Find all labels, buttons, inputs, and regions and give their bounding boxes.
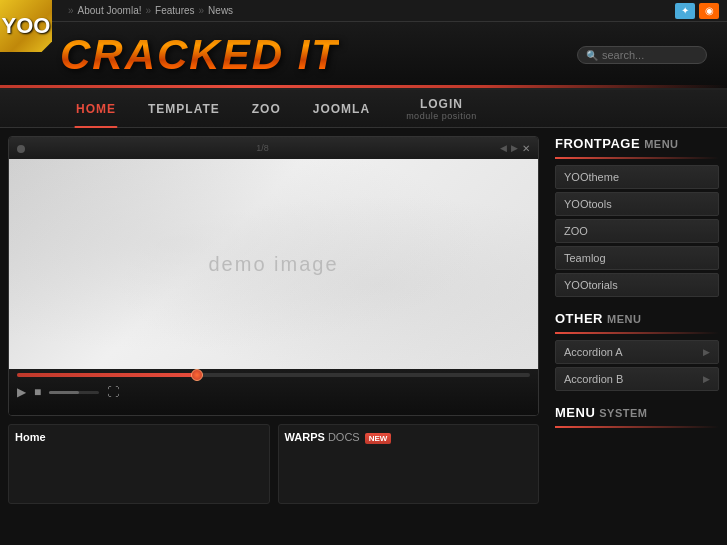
top-link-about[interactable]: About Joomla!	[78, 5, 142, 16]
stop-button[interactable]: ■	[34, 385, 41, 399]
other-divider	[555, 332, 719, 334]
top-link-news[interactable]: News	[208, 5, 233, 16]
video-top-bar: 1/8 ◀ ▶ ✕	[9, 137, 538, 159]
yoo-logo[interactable]: YOO	[0, 0, 52, 52]
video-prev-btn[interactable]: ◀	[500, 143, 507, 153]
progress-fill	[17, 373, 197, 377]
header: CRACKED IT 🔍	[0, 22, 727, 90]
warps-panel-title: WARPS DOCS NEW	[285, 431, 533, 444]
accordion-b-arrow-icon: ▶	[703, 374, 710, 384]
play-button[interactable]: ▶	[17, 385, 26, 399]
sidebar-item-accordion-a[interactable]: Accordion A ▶	[555, 340, 719, 364]
video-dot	[17, 139, 25, 157]
warps-title-strong: WARPS	[285, 431, 325, 443]
sidebar-item-zoo-label: ZOO	[564, 225, 588, 237]
nav-item-template[interactable]: TEMPLATE	[132, 90, 236, 128]
menu-system-title-light: MENU	[555, 405, 595, 420]
home-panel-title-strong: Home	[15, 431, 46, 443]
home-panel: Home	[8, 424, 270, 504]
content-area: 1/8 ◀ ▶ ✕ demo image ▶ ■	[0, 128, 547, 545]
main-nav: HOME TEMPLATE ZOO JOOMLA LOGIN module po…	[0, 90, 727, 128]
sidebar-item-accordion-b[interactable]: Accordion B ▶	[555, 367, 719, 391]
video-controls-bar: ▶ ■ ⛶	[9, 369, 538, 416]
login-sub-label: module position	[406, 111, 477, 121]
sidebar-item-zoo[interactable]: ZOO	[555, 219, 719, 243]
video-next-btn[interactable]: ▶	[511, 143, 518, 153]
top-link-separator: »	[68, 5, 74, 16]
sidebar-item-yootorials-label: YOOtorials	[564, 279, 618, 291]
video-counter: 1/8	[256, 143, 269, 153]
progress-bar[interactable]	[17, 373, 530, 377]
bottom-panels: Home WARPS DOCS NEW	[8, 424, 539, 504]
sidebar-item-yootorials[interactable]: YOOtorials	[555, 273, 719, 297]
sidebar-menu-system: MENU SYSTEM	[555, 405, 719, 428]
top-links: » About Joomla! » Features » News	[68, 5, 233, 16]
top-link-features[interactable]: Features	[155, 5, 194, 16]
sidebar-item-yootools[interactable]: YOOtools	[555, 192, 719, 216]
frontpage-menu-title: FRONTPAGE MENU	[555, 136, 719, 151]
sidebar-item-yootheme-label: YOOtheme	[564, 171, 619, 183]
menu-system-divider	[555, 426, 719, 428]
video-close-btn[interactable]: ✕	[522, 143, 530, 154]
frontpage-title-light: FRONTPAGE	[555, 136, 640, 151]
accordion-b-label: Accordion B	[564, 373, 623, 385]
nav-item-joomla[interactable]: JOOMLA	[297, 90, 386, 128]
other-title-dark: MENU	[607, 313, 641, 325]
sidebar-other-menu: OTHER MENU Accordion A ▶ Accordion B ▶	[555, 311, 719, 391]
fullscreen-button[interactable]: ⛶	[107, 385, 119, 399]
warps-title-docs: DOCS	[328, 431, 360, 443]
search-icon: 🔍	[586, 50, 598, 61]
menu-system-title-dark: SYSTEM	[599, 407, 647, 419]
top-link-sep3: »	[199, 5, 205, 16]
login-label: LOGIN	[420, 97, 463, 111]
demo-image-label: demo image	[208, 253, 338, 276]
twitter-icon[interactable]: ✦	[675, 3, 695, 19]
accordion-a-arrow-icon: ▶	[703, 347, 710, 357]
accordion-a-label: Accordion A	[564, 346, 623, 358]
home-panel-title: Home	[15, 431, 263, 443]
site-title: CRACKED IT	[60, 31, 339, 79]
sidebar-item-teamlog[interactable]: Teamlog	[555, 246, 719, 270]
nav-item-home[interactable]: HOME	[60, 90, 132, 128]
sidebar-item-yootheme[interactable]: YOOtheme	[555, 165, 719, 189]
search-box[interactable]: 🔍	[577, 46, 707, 64]
search-input[interactable]	[602, 49, 698, 61]
volume-bar[interactable]	[49, 391, 99, 394]
nav-item-zoo[interactable]: ZOO	[236, 90, 297, 128]
video-player: 1/8 ◀ ▶ ✕ demo image ▶ ■	[8, 136, 539, 416]
top-bar: YOO » About Joomla! » Features » News ✦ …	[0, 0, 727, 22]
warps-panel: WARPS DOCS NEW	[278, 424, 540, 504]
video-display: demo image	[9, 159, 538, 369]
main-content: 1/8 ◀ ▶ ✕ demo image ▶ ■	[0, 128, 727, 545]
nav-login[interactable]: LOGIN module position	[406, 97, 477, 121]
sidebar-item-teamlog-label: Teamlog	[564, 252, 606, 264]
volume-fill	[49, 391, 79, 394]
sidebar-item-yootools-label: YOOtools	[564, 198, 612, 210]
menu-system-title: MENU SYSTEM	[555, 405, 719, 420]
frontpage-title-dark: MENU	[644, 138, 678, 150]
controls-row: ▶ ■ ⛶	[17, 385, 530, 399]
sidebar: FRONTPAGE MENU YOOtheme YOOtools ZOO Tea…	[547, 128, 727, 545]
warps-new-badge: NEW	[365, 433, 392, 444]
rss-icon[interactable]: ◉	[699, 3, 719, 19]
top-icons: ✦ ◉	[675, 3, 719, 19]
other-title-light: OTHER	[555, 311, 603, 326]
sidebar-frontpage-menu: FRONTPAGE MENU YOOtheme YOOtools ZOO Tea…	[555, 136, 719, 297]
video-controls-right: ◀ ▶ ✕	[500, 143, 530, 154]
other-menu-title: OTHER MENU	[555, 311, 719, 326]
top-link-sep2: »	[146, 5, 152, 16]
frontpage-divider	[555, 157, 719, 159]
progress-thumb	[191, 369, 203, 381]
